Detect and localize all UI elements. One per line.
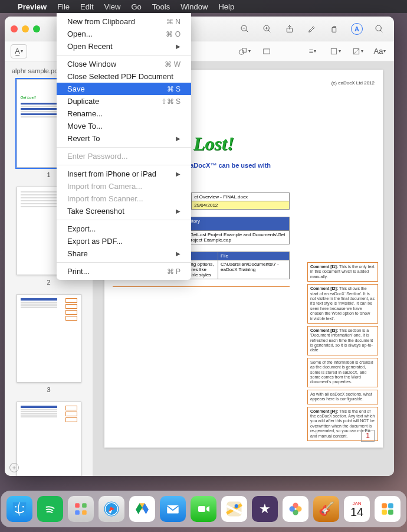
chevron-right-icon: ▶ <box>176 250 180 257</box>
menu-window[interactable]: Window <box>180 2 208 11</box>
comment-balloon: Comment [I2]: This shows the start of an… <box>307 284 378 324</box>
svg-line-4 <box>268 30 270 32</box>
svg-rect-38 <box>388 510 393 515</box>
text-style-tool[interactable]: Aa▾ <box>372 44 388 58</box>
menu-item-close-pdf[interactable]: Close Selected PDF Document <box>57 70 191 83</box>
chevron-right-icon: ▶ <box>176 43 180 50</box>
menu-item-duplicate[interactable]: Duplicate⇧⌘ S <box>57 95 191 107</box>
markup-button[interactable] <box>303 21 321 37</box>
chevron-right-icon: ▶ <box>176 171 180 177</box>
svg-point-30 <box>235 504 238 508</box>
dock-finder-icon[interactable] <box>6 496 32 522</box>
menu-item-rename[interactable]: Rename... <box>57 107 191 120</box>
svg-rect-28 <box>198 506 205 512</box>
menu-item-open[interactable]: Open...⌘ O <box>57 28 191 40</box>
menu-item-close-window[interactable]: Close Window⌘ W <box>57 58 191 70</box>
menu-separator <box>57 262 191 263</box>
share-button[interactable] <box>281 21 298 37</box>
menu-item-save[interactable]: Save⌘ S <box>57 83 191 95</box>
line-width-tool[interactable]: ≡▾ <box>304 44 321 58</box>
menu-file[interactable]: File <box>57 2 70 11</box>
svg-line-10 <box>380 30 382 32</box>
svg-point-17 <box>15 506 17 508</box>
svg-point-18 <box>22 506 24 508</box>
dock-maps-icon[interactable] <box>221 496 247 522</box>
text-tool[interactable] <box>258 44 275 58</box>
menu-item-share[interactable]: Share▶ <box>57 247 191 260</box>
menu-item-print[interactable]: Print...⌘ P <box>57 265 191 278</box>
comment-balloon: Comment [I1]: This is the only text in t… <box>307 262 378 282</box>
comment-balloon: Comment [I3]: This section is a 'Documen… <box>307 326 378 355</box>
page-thumbnail-4[interactable] <box>17 402 81 476</box>
menu-item-open-recent[interactable]: Open Recent▶ <box>57 40 191 53</box>
svg-rect-20 <box>75 503 80 508</box>
rotate-button[interactable] <box>326 21 343 37</box>
dock[interactable]: ★ 🎸 JAN14 <box>1 491 406 527</box>
thumbnail-label: 3 <box>9 386 88 393</box>
menu-go[interactable]: Go <box>131 2 141 11</box>
svg-rect-14 <box>331 48 336 54</box>
menu-item-new-from-clipboard[interactable]: New from Clipboard⌘ N <box>57 15 191 28</box>
svg-rect-21 <box>82 503 87 508</box>
fill-color-tool[interactable]: ▾ <box>349 44 366 58</box>
shapes-tool[interactable]: ▾ <box>236 44 252 58</box>
svg-rect-36 <box>388 503 393 508</box>
search-button[interactable] <box>370 21 388 37</box>
menu-separator <box>57 147 191 148</box>
svg-rect-37 <box>382 510 387 515</box>
markup-toolbar-button[interactable]: A <box>348 21 366 37</box>
menu-tools[interactable]: Tools <box>152 2 170 11</box>
close-button[interactable] <box>11 25 18 32</box>
zoom-button[interactable] <box>33 25 40 32</box>
zoom-in-button[interactable] <box>258 21 276 37</box>
svg-rect-8 <box>332 27 336 32</box>
dock-spotify-icon[interactable] <box>37 496 63 522</box>
dock-app-icon[interactable] <box>375 496 401 522</box>
dock-mail-icon[interactable] <box>160 496 186 522</box>
svg-line-1 <box>246 30 248 32</box>
menu-help[interactable]: Help <box>218 2 234 11</box>
dock-imovie-icon[interactable]: ★ <box>252 496 278 522</box>
page-thumbnail-3[interactable] <box>17 294 81 383</box>
menu-view[interactable]: View <box>104 2 121 11</box>
file-menu-dropdown[interactable]: New from Clipboard⌘ N Open...⌘ O Open Re… <box>57 13 191 280</box>
menu-separator <box>57 55 191 56</box>
chevron-right-icon: ▶ <box>176 208 180 214</box>
menu-item-revert-to[interactable]: Revert To▶ <box>57 132 191 145</box>
svg-point-34 <box>290 506 295 511</box>
dock-facetime-icon[interactable] <box>191 496 216 522</box>
menu-item-import-scanner: Import from Scanner... <box>57 192 191 205</box>
minimize-button[interactable] <box>22 25 29 32</box>
dock-garageband-icon[interactable]: 🎸 <box>313 496 339 522</box>
add-page-button[interactable]: + <box>9 463 19 472</box>
menu-item-enter-password: Enter Password... <box>57 150 191 162</box>
window-controls <box>11 25 40 32</box>
comment-balloon: Some of the information is created as th… <box>307 358 378 387</box>
zoom-out-button[interactable] <box>236 21 254 37</box>
menu-item-move-to[interactable]: Move To... <box>57 120 191 132</box>
svg-rect-27 <box>167 505 179 514</box>
text-select-tool[interactable]: A̲▾ <box>11 44 27 58</box>
comment-balloon: As with all eaDocX sections, what appear… <box>307 390 378 404</box>
dock-drive-icon[interactable] <box>129 496 155 522</box>
menu-item-export[interactable]: Export... <box>57 223 191 235</box>
dock-safari-icon[interactable] <box>99 496 124 522</box>
menu-item-take-screenshot[interactable]: Take Screenshot▶ <box>57 205 191 217</box>
svg-rect-23 <box>82 510 87 515</box>
page-number: 1 <box>361 430 375 442</box>
menu-separator <box>57 220 191 220</box>
border-color-tool[interactable]: ▾ <box>327 44 343 58</box>
menu-edit[interactable]: Edit <box>80 2 93 11</box>
app-menu[interactable]: Preview <box>18 2 47 11</box>
svg-line-16 <box>353 48 359 54</box>
chevron-right-icon: ▶ <box>176 135 180 142</box>
dock-launchpad-icon[interactable] <box>68 496 94 522</box>
menu-item-export-pdf[interactable]: Export as PDF... <box>57 235 191 247</box>
svg-rect-13 <box>264 48 270 53</box>
menubar[interactable]: Preview File Edit View Go Tools Window H… <box>0 0 407 13</box>
dock-calendar-icon[interactable]: JAN14 <box>344 496 370 522</box>
svg-point-9 <box>376 25 381 31</box>
menu-item-insert-iphone[interactable]: Insert from iPhone or iPad▶ <box>57 168 191 180</box>
dock-photos-icon[interactable] <box>283 496 308 522</box>
menu-item-import-camera: Import from Camera... <box>57 180 191 192</box>
